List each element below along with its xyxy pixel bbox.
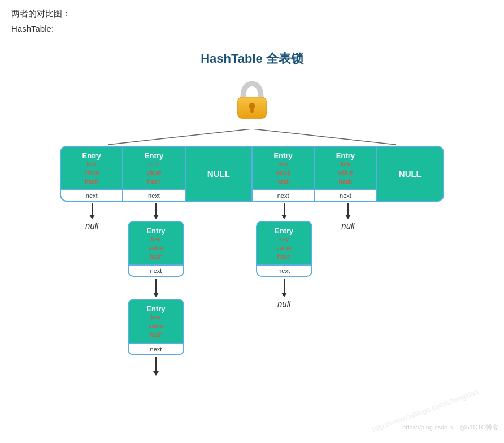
diagram-container: HashTable 全表锁: [11, 50, 493, 377]
entry-box-col2-l2: Entry keyvaluehash next: [128, 221, 184, 277]
col1-level2: null: [60, 202, 124, 231]
arrow-down-col4: [281, 203, 287, 219]
arrow-down-col2-3: [153, 357, 159, 376]
entry-cell-4: Entry keyvaluehash next: [315, 147, 377, 201]
entry-label-4: Entry: [336, 151, 355, 160]
col5-level2: null: [316, 202, 380, 231]
diagram-title: HashTable 全表锁: [201, 50, 303, 67]
arrow-down-col2-2: [153, 279, 159, 297]
watermark2: https://blog.csdn.n... @51CTO博客: [402, 423, 498, 432]
null-text-col5: null: [341, 221, 354, 231]
col4-level2: Entry keyvaluehash next null: [252, 202, 316, 309]
entry-sub-4: keyvaluehash: [338, 160, 353, 186]
entry-cell-1: Entry keyvaluehash next: [61, 147, 123, 201]
arrow-down-col1: [89, 203, 95, 219]
entry-sub-2: keyvaluehash: [146, 160, 161, 186]
svg-line-3: [108, 129, 252, 145]
main-entry-row: Entry keyvaluehash next Entry keyvalueha…: [60, 146, 444, 202]
lock-icon: [232, 79, 272, 121]
null-text-col4: null: [277, 299, 290, 309]
col2-level2: Entry keyvaluehash next Entry keyvalueha…: [124, 202, 188, 377]
entry-label-3: Entry: [274, 151, 293, 160]
null-cell-2: NULL: [377, 147, 443, 201]
entry-next-1: next: [61, 189, 122, 201]
watermark1: http://www.cnblogs.com/chengxiao: [371, 387, 480, 433]
arrow-down-col2: [153, 203, 159, 219]
entry-cell-3: Entry keyvaluehash next: [253, 147, 315, 201]
entry-box-col2-l3: Entry keyvaluehash next: [128, 299, 184, 355]
entry-box-col4-l2: Entry keyvaluehash next: [256, 221, 312, 277]
entry-next-3: next: [253, 189, 314, 201]
arrow-down-col4-2: [281, 279, 287, 297]
entry-label-2: Entry: [145, 151, 163, 160]
null-cell-1: NULL: [186, 147, 253, 201]
entry-sub-1: keyvaluehash: [84, 160, 99, 186]
entry-cell-2: Entry keyvaluehash next: [123, 147, 185, 201]
entry-next-2: next: [123, 189, 184, 201]
lock-icon-wrapper: [232, 79, 272, 123]
compare-header: 两者的对比图：: [11, 8, 493, 19]
null-text-col1: null: [85, 221, 98, 231]
entry-label-1: Entry: [82, 151, 101, 160]
entry-next-4: next: [315, 189, 376, 201]
svg-rect-2: [250, 108, 254, 113]
connector-lines: [60, 129, 444, 146]
section-label: HashTable:: [11, 24, 493, 33]
entry-sub-3: keyvaluehash: [276, 160, 290, 186]
arrow-down-col5: [345, 203, 351, 219]
svg-line-4: [252, 129, 396, 145]
